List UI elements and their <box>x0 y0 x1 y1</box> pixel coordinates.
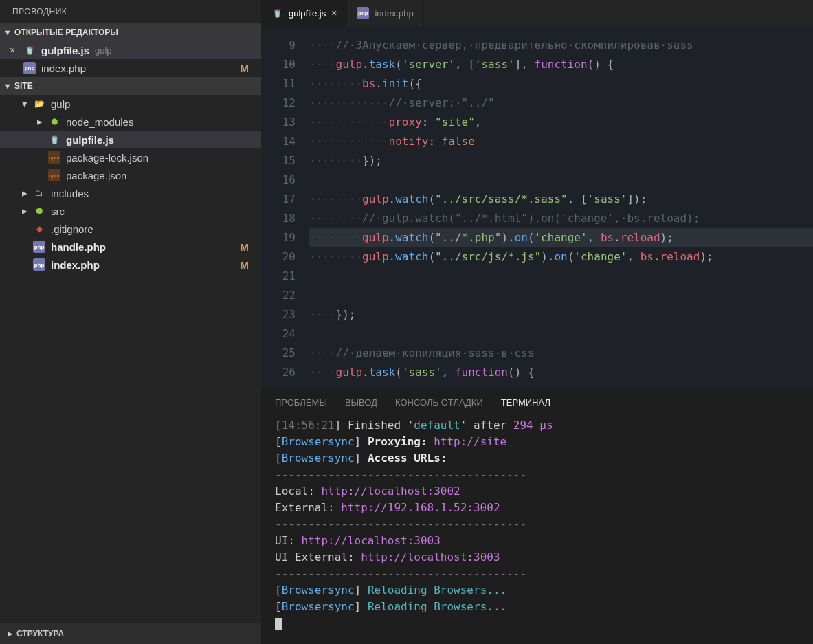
editor-tab[interactable]: 🥤gulpfile.js× <box>261 0 347 26</box>
tree-item-label: index.php <box>51 259 100 271</box>
panel-tab[interactable]: КОНСОЛЬ ОТЛАДКИ <box>395 397 483 408</box>
code-line[interactable]: ········gulp.watch("../*.php").on('chang… <box>309 228 813 247</box>
modified-badge: M <box>241 241 256 253</box>
tree-item-label: handle.php <box>51 241 106 253</box>
terminal-line: External: http://192.168.1.52:3002 <box>275 500 799 516</box>
code-line[interactable]: ····}); <box>309 305 813 324</box>
open-editors-list: ×🥤gulpfile.jsgulpphpindex.phpM <box>0 41 261 77</box>
json-icon: npm <box>48 151 60 164</box>
gulp-icon: 🥤 <box>271 7 283 19</box>
tree-item[interactable]: npmpackage.json <box>0 166 261 184</box>
tree-item-label: src <box>51 206 65 217</box>
outline-header[interactable]: СТРУКТУРА <box>0 623 261 644</box>
php-icon: php <box>23 62 36 74</box>
terminal-line: Local: http://localhost:3002 <box>275 483 799 500</box>
panel-tab[interactable]: ВЫВОД <box>345 397 377 408</box>
tree-item[interactable]: 📂gulp <box>0 95 261 113</box>
chevron-right-icon <box>22 187 27 199</box>
tab-label: index.php <box>375 8 413 19</box>
tree-item[interactable]: ⬢node_modules <box>0 113 261 131</box>
line-gutter: 91011121314151617181920212223242526 <box>261 26 302 390</box>
panel-tab[interactable]: ТЕРМИНАЛ <box>501 397 550 408</box>
code-line[interactable]: ····//·ЗАпускаем·сервер,·предварительно·… <box>309 36 813 55</box>
tree-item[interactable]: npmpackage-lock.json <box>0 148 261 166</box>
code-line[interactable]: ············proxy: "site", <box>309 113 813 132</box>
close-icon[interactable]: × <box>331 8 337 19</box>
terminal-line: -------------------------------------- <box>275 516 799 533</box>
workspace-label: SITE <box>14 81 33 91</box>
code-line[interactable]: ············//·server:·"../" <box>309 93 813 113</box>
chevron-down-icon <box>5 81 11 91</box>
modified-badge: M <box>241 259 256 271</box>
tree-item[interactable]: ⬢src <box>0 202 261 220</box>
gulp-icon: 🥤 <box>48 133 60 146</box>
php-icon: php <box>33 241 45 253</box>
editor-tabs: 🥤gulpfile.js×phpindex.php <box>261 0 813 26</box>
code-line[interactable] <box>309 324 813 344</box>
code-line[interactable]: ········bs.init({ <box>309 74 813 93</box>
git-icon: ◆ <box>33 223 45 235</box>
folder-icon: 🗀 <box>33 187 45 199</box>
tree-item-label: package-lock.json <box>66 152 148 164</box>
tree-item[interactable]: phpindex.phpM <box>0 256 261 274</box>
tree-item[interactable]: 🥤gulpfile.js <box>0 131 261 148</box>
tab-label: gulpfile.js <box>289 8 326 19</box>
terminal-line: [Browsersync] Reloading Browsers... <box>275 582 799 599</box>
open-editor-filename: index.php <box>41 63 86 74</box>
gulp-icon: 🥤 <box>23 44 36 56</box>
chevron-right-icon <box>8 629 12 639</box>
tree-item[interactable]: phphandle.phpM <box>0 238 261 256</box>
chevron-down-icon <box>22 98 27 110</box>
terminal-line: UI: http://localhost:3003 <box>275 533 799 549</box>
open-editor-item[interactable]: ×🥤gulpfile.jsgulp <box>0 41 261 59</box>
workspace-header[interactable]: SITE <box>0 77 261 95</box>
tree-item-label: .gitignore <box>51 223 93 235</box>
terminal-line: [14:56:21] Finished 'default' after 294 … <box>275 417 799 434</box>
code-line[interactable]: ····gulp.task('server', ['sass'], functi… <box>309 55 813 74</box>
outline-label: СТРУКТУРА <box>16 629 64 639</box>
code-line[interactable]: ············notify: false <box>309 132 813 151</box>
modified-badge: M <box>241 63 256 74</box>
php-icon: php <box>33 258 45 271</box>
code-editor[interactable]: 91011121314151617181920212223242526 ····… <box>261 26 813 390</box>
open-editor-folder: gulp <box>95 45 112 56</box>
terminal-line: UI External: http://localhost:3003 <box>275 549 799 566</box>
chevron-down-icon <box>5 27 11 37</box>
panel-tabs: ПРОБЛЕМЫВЫВОДКОНСОЛЬ ОТЛАДКИТЕРМИНАЛ <box>261 390 813 417</box>
code-line[interactable]: ········}); <box>309 151 813 170</box>
code-line[interactable] <box>309 170 813 190</box>
explorer-title: ПРОВОДНИК <box>0 0 261 23</box>
code-line[interactable]: ········gulp.watch("../src/js/*.js").on(… <box>309 247 813 267</box>
code-content[interactable]: ····//·ЗАпускаем·сервер,·предварительно·… <box>302 26 813 390</box>
terminal-line: -------------------------------------- <box>275 566 799 582</box>
json-icon: npm <box>48 169 60 181</box>
chevron-right-icon <box>37 115 43 128</box>
tree-item-label: includes <box>51 188 89 199</box>
tree-item[interactable]: ◆.gitignore <box>0 220 261 238</box>
file-tree: 📂gulp⬢node_modules🥤gulpfile.jsnpmpackage… <box>0 95 261 274</box>
open-editor-item[interactable]: phpindex.phpM <box>0 59 261 77</box>
close-icon[interactable]: × <box>7 45 18 56</box>
tree-item-label: gulpfile.js <box>66 134 114 146</box>
terminal-output[interactable]: [14:56:21] Finished 'default' after 294 … <box>261 417 813 644</box>
editor-tab[interactable]: phpindex.php <box>347 0 423 26</box>
code-line[interactable] <box>309 286 813 305</box>
terminal-line: [Browsersync] Access URLs: <box>275 450 799 467</box>
code-line[interactable]: ········gulp.watch("../src/sass/*.sass",… <box>309 190 813 209</box>
code-line[interactable] <box>309 267 813 286</box>
tree-item[interactable]: 🗀includes <box>0 184 261 202</box>
open-editor-filename: gulpfile.js <box>41 45 89 56</box>
chevron-right-icon <box>22 205 27 217</box>
code-line[interactable]: ····//·делаем·копиляция·sass·в·css <box>309 344 813 363</box>
php-icon: php <box>357 7 369 19</box>
open-editors-header[interactable]: ОТКРЫТЫЕ РЕДАКТОРЫ <box>0 23 261 41</box>
terminal-line: -------------------------------------- <box>275 467 799 483</box>
terminal-line: [Browsersync] Proxying: http://site <box>275 434 799 450</box>
folder-open-icon: 📂 <box>33 98 45 110</box>
code-line[interactable]: ········//·gulp.watch("../*.html").on('c… <box>309 209 813 228</box>
sidebar: ПРОВОДНИК ОТКРЫТЫЕ РЕДАКТОРЫ ×🥤gulpfile.… <box>0 0 261 644</box>
panel-tab[interactable]: ПРОБЛЕМЫ <box>275 397 327 408</box>
nodejs-icon: ⬢ <box>48 115 60 128</box>
code-line[interactable]: ····gulp.task('sass', function() { <box>309 363 813 382</box>
src-folder-icon: ⬢ <box>33 205 45 217</box>
